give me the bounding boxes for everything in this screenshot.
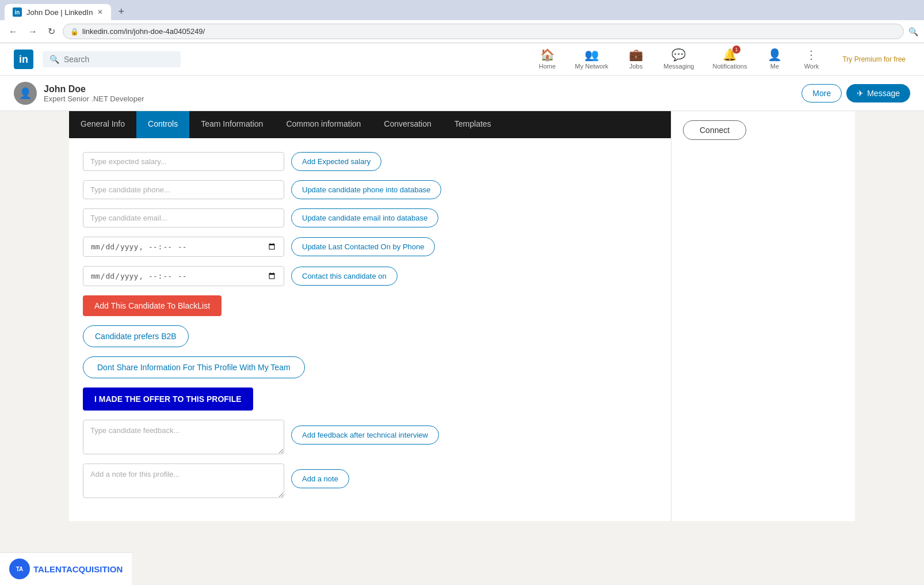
email-row: Update candidate email into database <box>83 208 657 227</box>
update-phone-button[interactable]: Update candidate phone into database <box>291 180 441 199</box>
nav-item-work[interactable]: ⋮ Work <box>794 43 828 75</box>
main-content: General Info Controls Team Information C… <box>69 111 855 521</box>
address-input[interactable] <box>82 27 896 36</box>
nav-item-home[interactable]: 🏠 Home <box>530 43 564 75</box>
last-contacted-phone-date-input[interactable] <box>83 237 284 257</box>
linkedin-logo[interactable]: in <box>14 50 33 69</box>
nav-label-jobs: Jobs <box>629 63 643 70</box>
message-button[interactable]: ✈ Message <box>846 84 910 102</box>
tab-close-button[interactable]: ✕ <box>97 8 103 16</box>
linkedin-header: in 🔍 🏠 Home 👥 My Network 💼 Jobs 💬 Messag… <box>0 43 924 76</box>
profile-name: John Doe <box>44 84 795 94</box>
blacklist-row: Add This Candidate To BlackList <box>83 295 657 316</box>
add-salary-button[interactable]: Add Expected salary <box>291 152 381 171</box>
address-bar[interactable]: 🔒 <box>63 24 904 39</box>
tab-common-information[interactable]: Common information <box>274 111 372 138</box>
contact-on-date-input[interactable] <box>83 266 284 286</box>
profile-title: Expert Senior .NET Developer <box>44 94 795 103</box>
note-textarea[interactable] <box>83 464 284 498</box>
nav-label-my-network: My Network <box>575 63 608 70</box>
browser-chrome: in John Doe | LinkedIn ✕ + <box>0 0 924 20</box>
profile-avatar: 👤 <box>14 82 37 105</box>
nav-label-work: Work <box>804 63 819 70</box>
update-last-contacted-phone-button[interactable]: Update Last Contacted On by Phone <box>291 237 435 256</box>
premium-link[interactable]: Try Premium for free <box>838 51 910 68</box>
tab-controls[interactable]: Controls <box>136 111 189 138</box>
salary-row: Add Expected salary <box>83 152 657 171</box>
nav-label-home: Home <box>539 63 556 70</box>
b2b-button[interactable]: Candidate prefers B2B <box>83 325 189 347</box>
tab-title: John Doe | LinkedIn <box>26 8 93 17</box>
search-icon: 🔍 <box>49 55 59 64</box>
refresh-button[interactable]: ↻ <box>45 25 58 38</box>
connect-button[interactable]: Connect <box>683 120 746 140</box>
right-panel: Connect <box>671 111 855 521</box>
nav-label-me: Me <box>770 63 779 70</box>
tab-favicon: in <box>13 7 22 17</box>
home-icon: 🏠 <box>540 48 555 62</box>
contact-candidate-on-button[interactable]: Contact this candidate on <box>291 267 398 286</box>
tab-templates[interactable]: Templates <box>443 111 503 138</box>
feedback-textarea[interactable] <box>83 420 284 454</box>
last-contacted-phone-row: Update Last Contacted On by Phone <box>83 237 657 257</box>
blacklist-button[interactable]: Add This Candidate To BlackList <box>83 295 222 316</box>
browser-toolbar: ← → ↻ 🔒 🔍 <box>0 20 924 43</box>
add-feedback-button[interactable]: Add feedback after technical interview <box>291 426 439 445</box>
more-button[interactable]: More <box>801 84 842 102</box>
email-input[interactable] <box>83 208 284 227</box>
dont-share-button[interactable]: Dont Share Information For This Profile … <box>83 356 305 378</box>
update-email-button[interactable]: Update candidate email into database <box>291 208 438 227</box>
nav-item-messaging[interactable]: 💬 Messaging <box>655 43 702 75</box>
phone-row: Update candidate phone into database <box>83 180 657 199</box>
left-panel: General Info Controls Team Information C… <box>69 111 671 521</box>
network-icon: 👥 <box>585 48 599 62</box>
nav-item-notifications[interactable]: 🔔1 Notifications <box>705 43 755 75</box>
made-offer-button[interactable]: I MADE THE OFFER TO THIS PROFILE <box>83 388 253 411</box>
feedback-row: Add feedback after technical interview <box>83 420 657 454</box>
browser-tab-active[interactable]: in John Doe | LinkedIn ✕ <box>5 4 111 20</box>
b2b-row: Candidate prefers B2B <box>83 325 657 347</box>
forward-button[interactable]: → <box>25 25 40 38</box>
new-tab-button[interactable]: + <box>112 3 216 20</box>
phone-input[interactable] <box>83 180 284 199</box>
nav-item-my-network[interactable]: 👥 My Network <box>567 43 616 75</box>
contact-on-row: Contact this candidate on <box>83 266 657 286</box>
message-icon: ✈ <box>857 89 864 98</box>
jobs-icon: 💼 <box>629 48 643 62</box>
dont-share-row: Dont Share Information For This Profile … <box>83 356 657 378</box>
salary-input[interactable] <box>83 152 284 171</box>
offer-row: I MADE THE OFFER TO THIS PROFILE <box>83 388 657 411</box>
profile-actions: More ✈ Message <box>801 84 910 102</box>
search-input[interactable] <box>64 55 174 64</box>
notifications-icon: 🔔1 <box>723 48 737 62</box>
tab-conversation[interactable]: Conversation <box>372 111 443 138</box>
back-button[interactable]: ← <box>6 25 21 38</box>
profile-info: John Doe Expert Senior .NET Developer <box>44 84 795 103</box>
browser-search-icon: 🔍 <box>908 27 918 36</box>
nav-label-messaging: Messaging <box>663 63 694 70</box>
me-icon: 👤 <box>768 48 782 62</box>
controls-panel: Add Expected salary Update candidate pho… <box>69 138 671 521</box>
nav-item-me[interactable]: 👤 Me <box>757 43 792 75</box>
tabs-bar: General Info Controls Team Information C… <box>69 111 671 138</box>
nav-item-jobs[interactable]: 💼 Jobs <box>618 43 653 75</box>
tab-team-information[interactable]: Team Information <box>189 111 274 138</box>
messaging-icon: 💬 <box>671 48 686 62</box>
note-row: Add a note <box>83 464 657 498</box>
notifications-badge: 1 <box>732 45 740 54</box>
tab-general-info[interactable]: General Info <box>69 111 136 138</box>
lock-icon: 🔒 <box>70 28 79 36</box>
linkedin-nav: 🏠 Home 👥 My Network 💼 Jobs 💬 Messaging 🔔… <box>530 43 828 75</box>
profile-bar: 👤 John Doe Expert Senior .NET Developer … <box>0 76 924 111</box>
add-note-button[interactable]: Add a note <box>291 469 349 488</box>
search-bar[interactable]: 🔍 <box>43 51 181 67</box>
work-icon: ⋮ <box>805 48 817 62</box>
nav-label-notifications: Notifications <box>713 63 747 70</box>
